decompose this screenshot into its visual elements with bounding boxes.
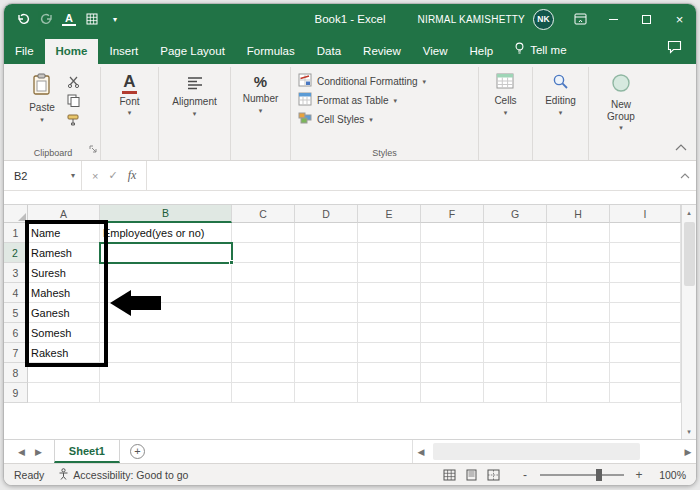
cell-A8[interactable] <box>28 363 100 383</box>
cell-G6[interactable] <box>484 323 547 343</box>
font-button[interactable]: A Font ▾ <box>114 69 144 116</box>
scroll-left-icon[interactable]: ◀ <box>413 447 429 457</box>
column-header-C[interactable]: C <box>232 205 295 223</box>
redo-icon[interactable] <box>39 11 53 27</box>
cell-F9[interactable] <box>421 383 484 403</box>
cell-H1[interactable] <box>547 223 610 243</box>
cell-E8[interactable] <box>358 363 421 383</box>
cell-F6[interactable] <box>421 323 484 343</box>
cell-B6[interactable] <box>100 323 232 343</box>
cut-icon[interactable] <box>65 74 82 89</box>
accessibility-status[interactable]: Accessibility: Good to go <box>58 468 188 482</box>
cell-E9[interactable] <box>358 383 421 403</box>
cell-G7[interactable] <box>484 343 547 363</box>
cell-F5[interactable] <box>421 303 484 323</box>
new-group-button[interactable]: New Group ▾ <box>596 69 646 131</box>
cell-G5[interactable] <box>484 303 547 323</box>
cell-G3[interactable] <box>484 263 547 283</box>
tab-formulas[interactable]: Formulas <box>236 39 306 64</box>
tab-data[interactable]: Data <box>306 39 352 64</box>
cell-C4[interactable] <box>232 283 295 303</box>
editing-button[interactable]: Editing ▾ <box>540 69 581 116</box>
enter-icon[interactable]: ✓ <box>108 169 117 182</box>
cell-C1[interactable] <box>232 223 295 243</box>
column-header-I[interactable]: I <box>610 205 681 223</box>
cell-F3[interactable] <box>421 263 484 283</box>
cell-E6[interactable] <box>358 323 421 343</box>
ribbon-display-options-icon[interactable] <box>564 4 597 34</box>
cell-G8[interactable] <box>484 363 547 383</box>
alignment-button[interactable]: Alignment ▾ <box>167 69 221 117</box>
cell-D4[interactable] <box>295 283 358 303</box>
table-icon[interactable] <box>85 11 99 27</box>
zoom-out-icon[interactable]: - <box>520 468 530 482</box>
cell-H2[interactable] <box>547 243 610 263</box>
zoom-in-icon[interactable]: + <box>634 468 644 482</box>
cell-E1[interactable] <box>358 223 421 243</box>
cell-C3[interactable] <box>232 263 295 283</box>
cell-A5[interactable]: Ganesh <box>28 303 100 323</box>
zoom-slider-handle[interactable] <box>596 469 602 481</box>
cell-A1[interactable]: Name <box>28 223 100 243</box>
underline-icon[interactable]: A <box>62 12 76 26</box>
cell-H3[interactable] <box>547 263 610 283</box>
avatar[interactable]: NK <box>533 9 554 30</box>
cell-E5[interactable] <box>358 303 421 323</box>
cell-E7[interactable] <box>358 343 421 363</box>
cell-E2[interactable] <box>358 243 421 263</box>
cell-D1[interactable] <box>295 223 358 243</box>
cell-D6[interactable] <box>295 323 358 343</box>
row-header-1[interactable]: 1 <box>4 223 28 243</box>
cell-H8[interactable] <box>547 363 610 383</box>
cell-C7[interactable] <box>232 343 295 363</box>
cell-H7[interactable] <box>547 343 610 363</box>
column-header-H[interactable]: H <box>547 205 610 223</box>
row-header-4[interactable]: 4 <box>4 283 28 303</box>
column-header-D[interactable]: D <box>295 205 358 223</box>
tab-review[interactable]: Review <box>352 39 412 64</box>
user-name[interactable]: NIRMAL KAMISHETTY <box>418 14 526 25</box>
cell-D3[interactable] <box>295 263 358 283</box>
column-header-G[interactable]: G <box>484 205 547 223</box>
cell-A4[interactable]: Mahesh <box>28 283 100 303</box>
tab-home[interactable]: Home <box>45 39 99 64</box>
cell-C9[interactable] <box>232 383 295 403</box>
cell-D5[interactable] <box>295 303 358 323</box>
next-sheet-icon[interactable]: ▶ <box>35 447 42 457</box>
tab-insert[interactable]: Insert <box>98 39 149 64</box>
cell-styles-button[interactable]: Cell Styles ▾ <box>298 111 373 127</box>
cell-F7[interactable] <box>421 343 484 363</box>
row-header-7[interactable]: 7 <box>4 343 28 363</box>
cell-A7[interactable]: Rakesh <box>28 343 100 363</box>
cancel-icon[interactable]: × <box>92 170 98 182</box>
cell-I2[interactable] <box>610 243 681 263</box>
cell-G2[interactable] <box>484 243 547 263</box>
close-button[interactable]: × <box>663 4 696 34</box>
horizontal-scrollbar[interactable]: ◀ ▶ <box>412 440 696 463</box>
cell-I6[interactable] <box>610 323 681 343</box>
cell-C8[interactable] <box>232 363 295 383</box>
zoom-slider[interactable] <box>540 474 624 476</box>
cell-A6[interactable]: Somesh <box>28 323 100 343</box>
column-header-E[interactable]: E <box>358 205 421 223</box>
normal-view-icon[interactable] <box>440 467 458 483</box>
prev-sheet-icon[interactable]: ◀ <box>18 447 25 457</box>
cell-F2[interactable] <box>421 243 484 263</box>
cell-G9[interactable] <box>484 383 547 403</box>
cell-D2[interactable] <box>295 243 358 263</box>
cell-I3[interactable] <box>610 263 681 283</box>
row-header-2[interactable]: 2 <box>4 243 28 263</box>
cell-G4[interactable] <box>484 283 547 303</box>
qat-customize-caret-icon[interactable]: ▾ <box>108 11 122 27</box>
undo-icon[interactable] <box>16 11 30 27</box>
cell-B1[interactable]: Employed(yes or no) <box>100 223 232 243</box>
column-header-B[interactable]: B <box>100 205 232 223</box>
maximize-button[interactable] <box>630 4 663 34</box>
cell-B9[interactable] <box>100 383 232 403</box>
cell-B8[interactable] <box>100 363 232 383</box>
horizontal-scroll-track[interactable] <box>429 440 680 463</box>
minimize-button[interactable] <box>597 4 630 34</box>
cell-E4[interactable] <box>358 283 421 303</box>
cell-A3[interactable]: Suresh <box>28 263 100 283</box>
cell-D7[interactable] <box>295 343 358 363</box>
